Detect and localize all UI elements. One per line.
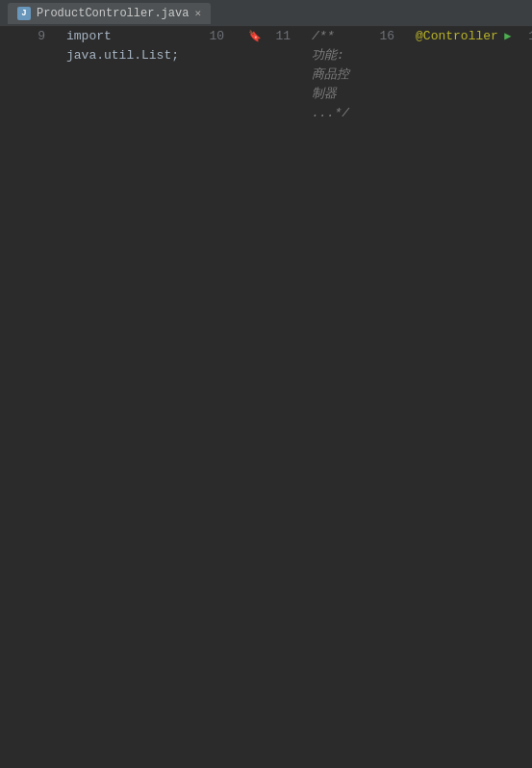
line-number: 16 [368,27,402,46]
file-tab[interactable]: J ProductController.java ✕ [8,3,211,24]
fold-gutter [298,27,310,46]
gutter-icon [349,27,368,46]
code-tokens: @Controller [414,27,498,46]
code-line: 10 [179,27,245,46]
code-line: 🔖11 /** 功能: 商品控制器 ...*/ [245,27,349,46]
gutter-icon [179,27,198,46]
code-line: 9 import java.util.List; [0,27,179,46]
line-number: 10 [198,27,232,46]
fold-gutter [232,27,243,46]
close-icon[interactable]: ✕ [194,7,201,19]
gutter-icon [0,27,19,46]
code-tokens: import java.util.List; [64,27,179,46]
editor-container: 9 import java.util.List;10🔖11 /** 功能: 商品… [0,27,532,768]
gutter-icon: ▶ [498,27,518,46]
title-bar: J ProductController.java ✕ [0,0,532,27]
code-line: 16 @Controller [349,27,498,46]
gutter-icon: 🔖 [245,27,265,46]
java-icon: J [17,7,31,20]
line-number: 11 [265,27,298,46]
fold-gutter [402,27,414,46]
line-number: 9 [19,27,53,46]
code-line: ▶17 public class ProductController { [498,27,532,46]
code-tokens [243,27,245,46]
line-number: 17 [518,27,532,46]
fold-gutter [53,27,64,46]
code-tokens: /** 功能: 商品控制器 ...*/ [310,27,349,46]
tab-filename: ProductController.java [37,7,189,20]
